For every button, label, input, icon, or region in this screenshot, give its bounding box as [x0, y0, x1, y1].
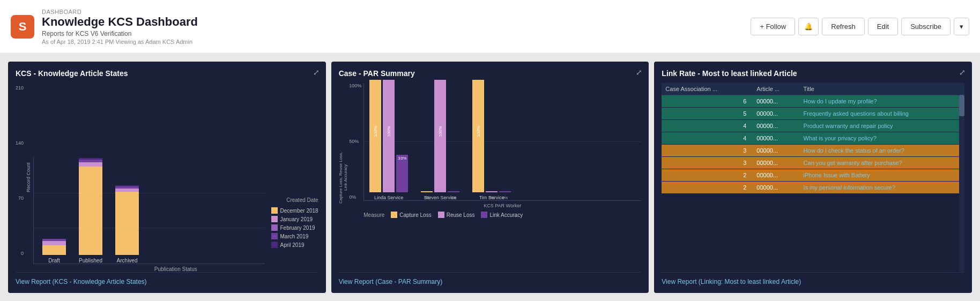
- cell-assoc: 4: [662, 132, 753, 145]
- cell-title[interactable]: iPhone Issue with Battery: [800, 169, 964, 182]
- widget1-legend: Created Date December 2018 January 2019 …: [265, 197, 318, 264]
- dashboard: KCS - Knowledge Article States ⤢ 210 140…: [0, 54, 980, 301]
- y-label-140: 140: [16, 140, 24, 146]
- widget2-footer-link[interactable]: View Report (Case - PAR Summary): [339, 272, 642, 285]
- cell-article: 00000...: [753, 145, 799, 157]
- table-row: 2 00000... iPhone Issue with Battery: [662, 169, 964, 182]
- cell-assoc: 6: [662, 95, 753, 108]
- par-bar-tim-capture-bar: 100%: [472, 80, 484, 192]
- legend-title: Created Date: [271, 197, 318, 203]
- refresh-button[interactable]: Refresh: [822, 18, 865, 35]
- cell-assoc: 3: [662, 145, 753, 157]
- par-bar-tim-link-val: 0%: [499, 196, 511, 200]
- cell-title[interactable]: Is my personal information secure?: [800, 182, 964, 194]
- bar-pub-jan: [79, 162, 102, 167]
- bar-draft-jan: [42, 241, 66, 245]
- widget2-title: Case - PAR Summary: [339, 69, 642, 78]
- legend-dec-label: December 2018: [280, 208, 318, 214]
- app-logo: S: [11, 15, 34, 39]
- widget2-expand-icon[interactable]: ⤢: [636, 68, 642, 77]
- widget3-footer-link[interactable]: View Report (Linking: Most to least link…: [662, 272, 964, 285]
- par-bar-linda-capture-bar: 100%: [369, 80, 381, 192]
- par-y-axis-label: Capture Loss, Reuse Loss,Link Accuracy: [339, 83, 348, 272]
- par-bar-linda-link-bar: 33%: [396, 155, 408, 192]
- header: S DASHBOARD Knowledge KCS Dashboard Repo…: [0, 0, 980, 54]
- table-row: 4 00000... Product warranty and repair p…: [662, 120, 964, 132]
- par-bar-linda-capture: 100%: [369, 80, 381, 192]
- widget3-expand-icon[interactable]: ⤢: [959, 68, 966, 77]
- bell-button[interactable]: 🔔: [798, 18, 819, 35]
- legend-mar: March 2019: [271, 233, 318, 239]
- widget1-footer-link[interactable]: View Report (KCS - Knowledge Article Sta…: [16, 272, 318, 285]
- bar-draft: Draft: [42, 239, 66, 264]
- par-bar-tim-reuse-val: 0%: [486, 196, 498, 200]
- par-bar-steven-capture-val: 0%: [421, 196, 433, 200]
- legend-apr: April 2019: [271, 242, 318, 248]
- par-bar-tim-link-bar: [499, 191, 511, 192]
- par-legend-link: Link Accuracy: [481, 212, 523, 218]
- par-legend-reuse-dot: [438, 212, 444, 218]
- bar-draft-label: Draft: [48, 258, 60, 264]
- par-gridline: [364, 141, 641, 142]
- cell-article: 00000...: [753, 95, 799, 108]
- table-row: 3 00000... How do I check the status of …: [662, 145, 964, 157]
- par-legend-capture-dot: [391, 212, 397, 218]
- cell-article: 00000...: [753, 132, 799, 145]
- par-bars-area: 100% 100%: [363, 83, 641, 272]
- par-legend-link-dot: [481, 212, 487, 218]
- par-bars-steven: 0% 100% 0%: [421, 80, 459, 192]
- par-bar-tim-reuse-bar: [486, 191, 498, 192]
- par-bar-linda-reuse-bar: 100%: [383, 80, 395, 192]
- widget1-expand-icon[interactable]: ⤢: [313, 68, 320, 77]
- widget-par-summary: Case - PAR Summary ⤢ Capture Loss, Reuse…: [331, 62, 649, 293]
- par-bar-linda-reuse-val: 100%: [387, 126, 391, 138]
- follow-button[interactable]: + Follow: [751, 18, 795, 35]
- header-left: S DASHBOARD Knowledge KCS Dashboard Repo…: [11, 9, 198, 45]
- legend-mar-dot: [271, 233, 278, 239]
- page-meta: As of Apr 18, 2019 2:41 PM·Viewing as Ad…: [42, 39, 198, 45]
- par-bar-tim-link: 0%: [499, 191, 511, 192]
- par-bar-steven-capture: 0%: [421, 191, 433, 192]
- widget1-bar-area: Draft Published: [33, 83, 318, 264]
- par-group-tim: 100% 0% 0% Tim Se: [472, 80, 511, 200]
- par-bars-linda: 100% 100%: [369, 80, 408, 192]
- cell-article: 00000...: [753, 108, 799, 120]
- cell-assoc: 2: [662, 182, 753, 194]
- cell-title[interactable]: Frequently asked questions about billing: [800, 108, 964, 120]
- par-bar-steven-reuse: 100%: [434, 80, 446, 192]
- y-label-70: 70: [18, 195, 24, 201]
- bar-draft-dec: [42, 245, 66, 255]
- cell-article: 00000...: [753, 169, 799, 182]
- dropdown-button[interactable]: ▾: [954, 18, 969, 35]
- par-bar-tim-reuse: 0%: [486, 191, 498, 192]
- par-bar-steven-reuse-val: 100%: [438, 126, 443, 138]
- cell-assoc: 2: [662, 169, 753, 182]
- cell-title[interactable]: Can you get warranty after purchase?: [800, 157, 964, 169]
- legend-jan-label: January 2019: [280, 216, 313, 222]
- cell-title[interactable]: How do I check the status of an order?: [800, 145, 964, 157]
- col-case-assoc: Case Association ...: [662, 83, 753, 95]
- edit-button[interactable]: Edit: [868, 18, 898, 35]
- table-row: 6 00000... How do I update my profile?: [662, 95, 964, 108]
- cell-title[interactable]: How do I update my profile?: [800, 95, 964, 108]
- par-y-0: 0%: [349, 194, 361, 200]
- bar-published-label: Published: [79, 258, 102, 264]
- cell-title[interactable]: What is your privacy policy?: [800, 132, 964, 145]
- widget1-bars-legend: Draft Published: [33, 83, 318, 272]
- cell-title[interactable]: Product warranty and repair policy: [800, 120, 964, 132]
- table-header-row: Case Association ... Article ... Title: [662, 83, 964, 95]
- par-bar-linda-reuse: 100%: [383, 80, 395, 192]
- legend-apr-label: April 2019: [280, 242, 305, 248]
- par-legend: Measure Capture Loss Reuse Loss Link Acc…: [363, 212, 641, 218]
- par-bar-tim-capture-val: 100%: [476, 126, 481, 138]
- legend-feb-dot: [271, 224, 278, 231]
- bars-container: Draft Published: [33, 157, 264, 264]
- table-row: 4 00000... What is your privacy policy?: [662, 132, 964, 145]
- scrollbar-thumb[interactable]: [959, 95, 964, 116]
- header-info: DASHBOARD Knowledge KCS Dashboard Report…: [42, 9, 198, 45]
- par-group-steven: 0% 100% 0% Stev: [421, 80, 459, 200]
- scrollbar-track: [959, 95, 964, 272]
- bar-arc-dec: [115, 192, 139, 255]
- subscribe-button[interactable]: Subscribe: [901, 18, 951, 35]
- link-rate-table: Case Association ... Article ... Title 6…: [662, 83, 964, 194]
